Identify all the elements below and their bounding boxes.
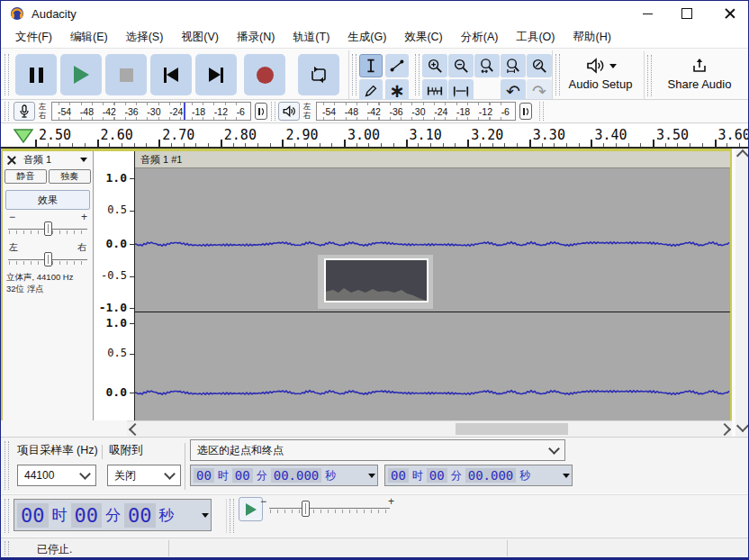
end-minutes[interactable]: 00 xyxy=(427,468,447,483)
project-rate-label: 项目采样率 (Hz) xyxy=(17,443,98,458)
menu-item[interactable]: 帮助(H) xyxy=(564,27,619,48)
loop-button[interactable] xyxy=(298,54,339,95)
stop-button[interactable] xyxy=(105,54,147,95)
start-hours[interactable]: 00 xyxy=(194,468,214,483)
zoom-out-button[interactable] xyxy=(448,54,474,77)
share-audio-button[interactable]: Share Audio xyxy=(654,50,744,98)
meter-scale-label: -54 xyxy=(58,106,71,117)
skip-to-end-button[interactable] xyxy=(195,54,237,95)
snap-combo[interactable]: 关闭 xyxy=(107,465,181,486)
menu-item[interactable]: 视图(V) xyxy=(172,27,228,48)
playback-meter-scale[interactable]: -54-48-42-36-30-24-18-12-6 xyxy=(316,102,516,121)
record-meter-scale[interactable]: -54-48-42-36-30-24-18-12-6 xyxy=(51,102,251,121)
project-rate-combo[interactable]: 44100 xyxy=(17,465,96,486)
zoom-fit-icon xyxy=(505,58,522,75)
selection-toolbar-grip[interactable] xyxy=(5,441,9,490)
playback-meter-button[interactable] xyxy=(278,102,300,121)
envelope-tool-button[interactable] xyxy=(385,54,409,77)
share-audio-grip[interactable] xyxy=(647,55,652,96)
overlay-content xyxy=(324,258,429,303)
menu-item[interactable]: 选择(S) xyxy=(117,27,173,48)
menu-item[interactable]: 分析(A) xyxy=(452,27,508,48)
horizontal-scrollbar-thumb[interactable] xyxy=(456,423,568,435)
zoom-in-button[interactable] xyxy=(422,54,447,77)
record-button[interactable] xyxy=(244,54,285,95)
close-button[interactable] xyxy=(714,1,746,26)
title-bar[interactable]: Audacity xyxy=(1,1,748,26)
audio-position-time[interactable]: 00 时 00 分 00 秒 xyxy=(14,499,212,531)
menu-item[interactable]: 编辑(E) xyxy=(61,27,117,48)
menu-item[interactable]: 工具(O) xyxy=(507,27,564,48)
vertical-ruler[interactable]: 1.00.50.0-0.5-1.01.00.50.0 xyxy=(94,151,135,420)
scroll-left-button[interactable] xyxy=(127,421,142,437)
time-format-dropdown-icon[interactable] xyxy=(368,474,375,478)
menu-item[interactable]: 生成(G) xyxy=(338,27,395,48)
waveform-area[interactable]: 音频 1 #1 xyxy=(135,151,730,420)
transport-toolbar-grip[interactable] xyxy=(5,54,9,95)
tools-toolbar-grip[interactable] xyxy=(352,54,356,95)
edit-toolbar-grip[interactable] xyxy=(415,54,420,95)
audio-setup-grip[interactable] xyxy=(555,54,560,95)
record-meter-range-button[interactable] xyxy=(255,103,267,120)
menu-item[interactable]: 文件(F) xyxy=(6,27,61,48)
position-hours[interactable]: 00 xyxy=(17,503,49,528)
play-speed-slider-thumb[interactable] xyxy=(302,501,310,517)
pan-slider[interactable] xyxy=(8,250,87,270)
time-toolbar-grip[interactable] xyxy=(5,499,9,533)
gain-slider-thumb[interactable] xyxy=(44,221,52,236)
audio-setup-label: Audio Setup xyxy=(569,77,633,91)
mute-button[interactable]: 静音 xyxy=(5,169,47,184)
pan-slider-thumb[interactable] xyxy=(44,252,52,266)
pause-button[interactable] xyxy=(15,54,57,95)
channel-2[interactable] xyxy=(135,312,730,420)
record-meter-grip[interactable] xyxy=(5,102,9,121)
end-hours[interactable]: 00 xyxy=(388,468,409,483)
skip-to-start-button[interactable] xyxy=(150,54,192,95)
track-name[interactable]: 音频 1 xyxy=(23,153,51,167)
scroll-down-button[interactable] xyxy=(735,419,749,433)
vertical-ruler-tick xyxy=(130,244,134,245)
vertical-scrollbar[interactable] xyxy=(735,149,749,437)
play-button[interactable] xyxy=(60,54,102,95)
scroll-up-button[interactable] xyxy=(735,149,749,163)
track-close-button[interactable] xyxy=(6,155,17,166)
end-seconds[interactable]: 00.000 xyxy=(465,468,517,483)
scroll-right-button[interactable] xyxy=(717,421,732,437)
playback-meter-grip[interactable] xyxy=(271,102,275,121)
selection-tool-button[interactable] xyxy=(359,54,383,77)
zoom-selection-button[interactable] xyxy=(474,54,500,77)
audio-setup-button[interactable]: Audio Setup xyxy=(561,50,640,98)
selection-end-time[interactable]: 00 时 00 分 00.000 秒 xyxy=(384,465,573,486)
playback-meter-range-button[interactable] xyxy=(519,103,532,120)
meter-scale-label: -42 xyxy=(367,106,381,117)
vertical-ruler-label: 0.0 xyxy=(106,385,127,399)
zoom-toggle-button[interactable] xyxy=(527,54,552,77)
meter-row-grip[interactable] xyxy=(539,102,544,121)
menu-item[interactable]: 轨道(T) xyxy=(284,27,338,48)
selection-range-combo[interactable]: 选区的起点和终点 xyxy=(190,439,565,461)
play-at-speed-button[interactable] xyxy=(239,497,263,521)
play-speed-grip[interactable] xyxy=(230,499,234,533)
zoom-fit-button[interactable] xyxy=(501,54,526,77)
zoom-toggle-icon xyxy=(531,58,548,75)
track-menu-icon[interactable] xyxy=(80,158,87,162)
play-speed-slider[interactable] xyxy=(269,499,390,519)
horizontal-scrollbar[interactable] xyxy=(127,420,732,437)
start-seconds[interactable]: 00.000 xyxy=(271,468,322,483)
start-minutes[interactable]: 00 xyxy=(232,468,253,483)
maximize-button[interactable] xyxy=(671,1,703,26)
time-format-dropdown-icon[interactable] xyxy=(563,474,570,478)
record-meter-button[interactable] xyxy=(14,102,35,121)
effects-button[interactable]: 效果 xyxy=(5,190,90,210)
minimize-button[interactable] xyxy=(631,1,663,26)
gain-slider[interactable] xyxy=(8,220,87,239)
selection-start-time[interactable]: 00 时 00 分 00.000 秒 xyxy=(190,465,378,486)
position-minutes[interactable]: 00 xyxy=(71,503,103,528)
menu-item[interactable]: 播录(N) xyxy=(228,27,284,48)
position-seconds[interactable]: 00 xyxy=(124,503,156,528)
time-format-dropdown-icon[interactable] xyxy=(202,513,209,518)
solo-button[interactable]: 独奏 xyxy=(49,169,91,184)
clip-title-bar[interactable]: 音频 1 #1 xyxy=(135,151,730,168)
timeline-ruler[interactable]: 2.502.602.702.802.903.003.103.203.303.40… xyxy=(1,125,748,149)
menu-item[interactable]: 效果(C) xyxy=(395,27,451,48)
